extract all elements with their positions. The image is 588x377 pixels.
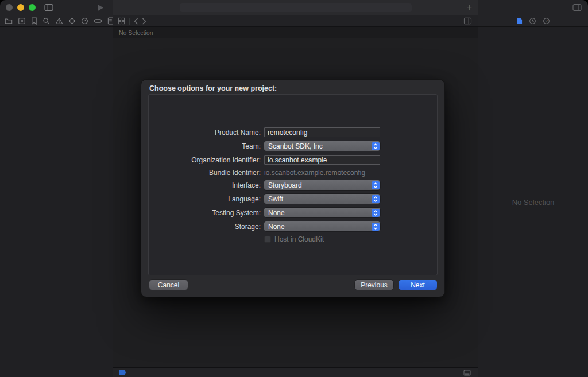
dialog-title: Choose options for your new project: — [149, 84, 277, 92]
popup-value: Storyboard — [268, 181, 302, 189]
titlebar-right — [478, 0, 588, 15]
breadcrumb-bar: No Selection — [113, 27, 478, 38]
close-window-button[interactable] — [6, 4, 13, 11]
popup-stepper-icon — [372, 195, 380, 203]
storage-popup[interactable]: None — [264, 221, 380, 231]
diamond-icon[interactable] — [68, 17, 76, 25]
host-in-cloudkit-label: Host in CloudKit — [274, 235, 324, 243]
field-label: Team: — [149, 142, 264, 150]
bundle-identifier-value: io.scanbot.example.remoteconfig — [264, 169, 365, 177]
forward-chevron-icon[interactable] — [142, 18, 146, 25]
field-label: Interface: — [149, 181, 264, 189]
organization-identifier-field[interactable] — [264, 155, 380, 165]
search-icon[interactable] — [42, 17, 50, 25]
form-row: Language: Swift — [149, 194, 437, 204]
product-name-field[interactable] — [264, 127, 380, 137]
popup-value: Scanbot SDK, Inc — [268, 142, 323, 150]
inspector-toggle-icon[interactable] — [572, 3, 582, 11]
testing-system-popup[interactable]: None — [264, 208, 380, 217]
form-row: Product Name: — [149, 127, 437, 137]
popup-stepper-icon — [372, 223, 380, 231]
inspector-pane: ? No Selection — [478, 0, 588, 377]
warning-icon[interactable] — [55, 17, 63, 25]
field-label: Product Name: — [149, 129, 264, 137]
popup-stepper-icon — [372, 142, 380, 150]
jump-bar: | — [113, 15, 478, 27]
svg-text:?: ? — [545, 18, 547, 24]
language-popup[interactable]: Swift — [264, 194, 380, 204]
gauge-icon[interactable] — [81, 17, 88, 25]
inspector-empty-text: No Selection — [512, 198, 555, 207]
field-label: Organization Identifier: — [149, 156, 264, 164]
debug-bar — [113, 367, 478, 377]
next-button[interactable]: Next — [399, 280, 437, 290]
titlebar-left — [0, 0, 113, 15]
dialog-buttons: Cancel Previous Next — [149, 280, 437, 290]
breadcrumb: No Selection — [113, 29, 153, 36]
navigator-tab-bar — [0, 15, 113, 27]
navigator-pane — [0, 0, 113, 377]
debug-area-toggle-icon[interactable] — [463, 370, 471, 376]
cancel-button[interactable]: Cancel — [149, 280, 188, 290]
popup-value: None — [268, 209, 285, 217]
popup-stepper-icon — [372, 181, 380, 189]
popup-stepper-icon — [372, 209, 380, 217]
inspector-tab-bar: ? — [478, 15, 588, 27]
popup-value: None — [268, 223, 285, 231]
traffic-lights — [6, 4, 36, 11]
field-label: Storage: — [149, 223, 264, 231]
zoom-window-button[interactable] — [29, 4, 36, 11]
back-chevron-icon[interactable] — [134, 18, 138, 25]
form-row: Storage: None — [149, 221, 437, 231]
inspector-content: No Selection — [478, 27, 588, 377]
minimize-window-button[interactable] — [17, 4, 24, 11]
xmark-square-icon[interactable] — [18, 17, 26, 25]
field-label: Testing System: — [149, 209, 264, 217]
jump-bar-separator: | — [129, 17, 130, 25]
form-row: Interface: Storyboard — [149, 180, 437, 190]
dialog-options-panel: Product Name: Team: Scanbot SDK, Inc Org… — [148, 94, 438, 275]
capsule-icon[interactable] — [94, 17, 102, 25]
bookmark-icon[interactable] — [31, 17, 37, 25]
related-items-grid-icon[interactable] — [118, 17, 125, 25]
host-in-cloudkit-checkbox — [264, 236, 271, 243]
library-plus-icon[interactable]: + — [467, 2, 472, 13]
folder-icon[interactable] — [5, 17, 13, 25]
form-row: Team: Scanbot SDK, Inc — [149, 141, 437, 151]
field-label: Bundle Identifier: — [149, 169, 264, 177]
navigator-content — [0, 27, 113, 377]
field-label: Language: — [149, 195, 264, 203]
quick-help-icon[interactable]: ? — [543, 17, 550, 25]
host-in-cloudkit-row: Host in CloudKit — [264, 235, 437, 243]
team-popup[interactable]: Scanbot SDK, Inc — [264, 141, 380, 151]
interface-popup[interactable]: Storyboard — [264, 180, 380, 190]
sidebar-toggle-icon[interactable] — [44, 3, 53, 11]
previous-button[interactable]: Previous — [355, 280, 393, 290]
form-row: Organization Identifier: — [149, 155, 437, 165]
activity-view — [180, 3, 412, 12]
breakpoint-icon[interactable] — [119, 370, 126, 375]
titlebar-center: + — [113, 0, 478, 15]
run-button[interactable] — [97, 4, 104, 11]
file-inspector-icon[interactable] — [516, 17, 523, 25]
xcode-window: + | No Selection ? — [0, 0, 588, 377]
popup-value: Swift — [268, 195, 283, 203]
editor-layout-icon[interactable] — [463, 17, 472, 25]
form-row: Testing System: None — [149, 208, 437, 217]
form-row: Bundle Identifier: io.scanbot.example.re… — [149, 169, 437, 177]
history-icon[interactable] — [529, 17, 536, 25]
new-project-options-dialog: Choose options for your new project: Pro… — [141, 79, 445, 297]
